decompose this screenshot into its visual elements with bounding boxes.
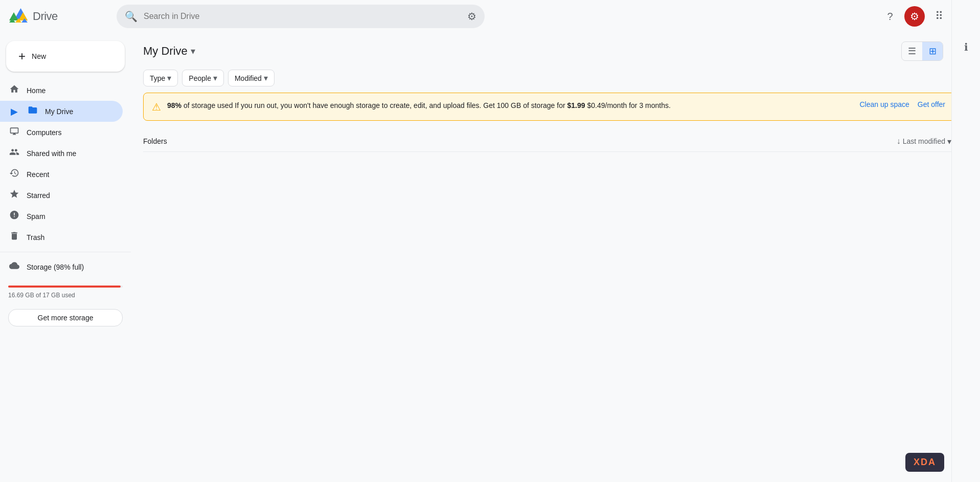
folders-header: Folders ↓ Last modified ▾ ⋮ — [143, 129, 968, 152]
recent-icon — [8, 168, 20, 181]
new-label: New — [32, 52, 46, 60]
sidebar-item-spam[interactable]: Spam — [0, 206, 123, 227]
search-input[interactable] — [144, 12, 461, 21]
storage-icon — [8, 260, 20, 273]
sidebar-item-shared[interactable]: Shared with me — [0, 143, 123, 164]
folder-icon — [27, 105, 39, 118]
warning-triangle-icon: ⚠ — [152, 101, 161, 113]
search-bar[interactable]: 🔍 ⚙ — [117, 5, 485, 28]
storage-section: 16.69 GB of 17 GB used — [0, 277, 131, 303]
support-button[interactable]: ? — [880, 6, 900, 27]
starred-icon — [8, 189, 20, 202]
drive-title-chevron-icon[interactable]: ▾ — [191, 46, 195, 57]
sidebar-item-label-starred: Starred — [27, 191, 117, 200]
sort-area[interactable]: ↓ Last modified ▾ — [897, 137, 951, 146]
sidebar-item-label-home: Home — [27, 86, 117, 95]
sidebar-item-home[interactable]: Home — [0, 80, 123, 101]
get-more-storage-button[interactable]: Get more storage — [8, 309, 123, 326]
home-icon — [8, 84, 20, 97]
topbar: Drive 🔍 ⚙ ? ⚙ ⠿ C — [0, 0, 980, 33]
apps-button[interactable]: ⠿ — [929, 6, 949, 27]
storage-text: 16.69 GB of 17 GB used — [8, 292, 123, 299]
sidebar-item-label-trash: Trash — [27, 233, 117, 242]
sidebar-item-mydrive[interactable]: ▶ My Drive — [0, 101, 123, 122]
new-button[interactable]: + New — [6, 41, 125, 72]
sidebar: + New Home ▶ My Drive Computers Shared w… — [0, 33, 131, 482]
warning-message-body: If you run out, you won't have enough st… — [233, 101, 567, 109]
warning-price-suffix: $0.49/month for 3 months. — [585, 101, 671, 109]
logo-area: Drive — [8, 6, 110, 27]
sort-chevron-icon: ▾ — [947, 137, 951, 146]
help-icon: ? — [887, 11, 893, 23]
sort-direction-icon: ↓ — [897, 137, 901, 146]
storage-bar-fill — [8, 286, 121, 288]
apps-icon: ⠿ — [935, 10, 943, 23]
drive-title: My Drive ▾ — [143, 45, 195, 58]
sidebar-item-starred[interactable]: Starred — [0, 185, 123, 206]
view-toggle: ☰ ⊞ — [901, 41, 943, 61]
filter-people[interactable]: People ▾ — [182, 70, 224, 86]
folders-label: Folders — [143, 137, 167, 145]
computers-icon — [8, 126, 20, 139]
warning-message-pre: of storage used — [181, 101, 233, 109]
filter-type[interactable]: Type ▾ — [143, 70, 178, 86]
list-view-icon: ☰ — [908, 46, 916, 57]
get-offer-link[interactable]: Get offer — [918, 100, 945, 108]
filter-modified-chevron-icon: ▾ — [264, 73, 268, 83]
spam-icon — [8, 210, 20, 223]
settings-button[interactable]: ⚙ — [904, 6, 925, 27]
sort-label: Last modified — [903, 137, 945, 145]
xda-watermark: XDA — [905, 453, 944, 472]
sidebar-item-computers[interactable]: Computers — [0, 122, 123, 143]
sidebar-item-label-recent: Recent — [27, 170, 117, 179]
sidebar-item-trash[interactable]: Trash — [0, 227, 123, 248]
sidebar-item-recent[interactable]: Recent — [0, 164, 123, 185]
filter-people-label: People — [189, 74, 211, 82]
sidebar-item-label-spam: Spam — [27, 212, 117, 221]
plus-icon: + — [18, 49, 26, 63]
grid-view-button[interactable]: ⊞ — [922, 42, 943, 60]
warning-links: Clean up space Get offer — [859, 100, 945, 108]
folders-section: Folders ↓ Last modified ▾ ⋮ — [131, 129, 980, 152]
filter-type-label: Type — [150, 74, 165, 82]
sidebar-item-label-computers: Computers — [27, 128, 117, 137]
main-content: My Drive ▾ ☰ ⊞ ℹ Type ▾ People ▾ — [131, 33, 980, 482]
gear-icon: ⚙ — [910, 10, 919, 23]
sidebar-item-label-storage: Storage (98% full) — [27, 263, 117, 271]
warning-price: $1.99 — [567, 101, 585, 109]
sidebar-divider — [0, 252, 131, 252]
drive-logo-icon — [8, 6, 29, 27]
sidebar-item-storage[interactable]: Storage (98% full) — [0, 256, 123, 277]
grid-view-icon: ⊞ — [929, 46, 937, 57]
right-tab-details[interactable]: ℹ — [952, 33, 980, 61]
filter-modified-label: Modified — [235, 74, 262, 82]
right-panel: ℹ — [951, 0, 980, 482]
filter-type-chevron-icon: ▾ — [167, 73, 171, 83]
details-icon: ℹ — [964, 41, 968, 53]
sidebar-item-label-mydrive: My Drive — [45, 107, 117, 116]
shared-icon — [8, 147, 20, 160]
drive-header: My Drive ▾ ☰ ⊞ ℹ — [131, 33, 980, 65]
search-filter-icon[interactable]: ⚙ — [467, 10, 476, 23]
warning-text: 98% of storage used If you run out, you … — [167, 100, 853, 111]
clean-up-space-link[interactable]: Clean up space — [859, 100, 909, 108]
warning-percent: 98% — [167, 101, 181, 109]
sidebar-item-label-shared: Shared with me — [27, 149, 117, 158]
trash-icon — [8, 231, 20, 244]
filter-bar: Type ▾ People ▾ Modified ▾ — [131, 65, 980, 93]
list-view-button[interactable]: ☰ — [902, 42, 922, 60]
new-btn-container: + New — [0, 37, 131, 80]
mydrive-expand-icon: ▶ — [8, 106, 20, 117]
drive-title-text: My Drive — [143, 45, 188, 58]
filter-modified[interactable]: Modified ▾ — [228, 70, 275, 86]
warning-banner: ⚠ 98% of storage used If you run out, yo… — [143, 93, 968, 121]
filter-people-chevron-icon: ▾ — [213, 73, 217, 83]
app-name: Drive — [33, 10, 58, 23]
search-icon: 🔍 — [125, 10, 138, 23]
storage-bar-bg — [8, 286, 123, 288]
